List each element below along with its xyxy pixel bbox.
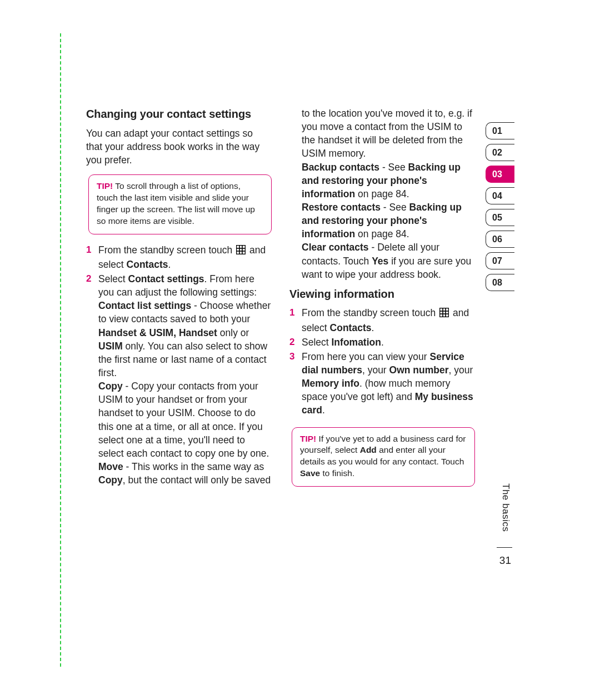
text: .	[168, 259, 171, 270]
tip-label: TIP!	[97, 181, 113, 191]
text: .	[381, 337, 384, 348]
step-1: 1 From the standby screen touch and sele…	[86, 243, 272, 271]
menu-grid-icon	[236, 244, 246, 258]
bold-move: Move	[98, 461, 123, 472]
text: From here you can view your	[302, 351, 430, 362]
tab-04[interactable]: 04	[486, 187, 514, 204]
tab-08[interactable]: 08	[486, 274, 514, 291]
text: From the standby screen touch	[302, 307, 438, 318]
menu-grid-icon	[439, 307, 449, 321]
svg-rect-0	[237, 245, 246, 254]
svg-rect-5	[440, 308, 449, 317]
heading-changing-contact-settings: Changing your contact settings	[86, 107, 272, 122]
bold-information: Infomation	[332, 337, 381, 348]
step-2: 2 Select Infomation.	[289, 336, 475, 349]
tab-06[interactable]: 06	[486, 231, 514, 248]
tip-box-business-card: TIP! If you've yet to add a business car…	[292, 427, 475, 487]
tip-box-scroll: TIP! To scroll through a list of options…	[88, 174, 272, 234]
text: on page 84.	[355, 188, 409, 199]
step-number: 3	[289, 350, 294, 363]
text: Select	[302, 337, 332, 348]
steps-list-2: 1 From the standby screen touch and sele…	[289, 306, 475, 417]
text: only or	[217, 327, 249, 338]
bold-contacts: Contacts	[330, 322, 372, 333]
text: , your	[362, 364, 389, 376]
text: on page 84.	[355, 228, 409, 239]
bold-own-number: Own number	[389, 364, 449, 376]
step-3: 3 From here you can view your Service di…	[289, 350, 475, 417]
text: From the standby screen touch	[98, 244, 235, 256]
bold-contact-settings: Contact settings	[128, 273, 204, 284]
text: .	[371, 322, 374, 333]
text: Select	[98, 273, 128, 284]
bold-usim: USIM	[98, 341, 123, 352]
text: only. You can also select to show the fi…	[98, 341, 267, 378]
bold-handset-usim: Handset & USIM, Handset	[98, 327, 217, 338]
bold-contacts: Contacts	[127, 259, 168, 270]
bold-clear-contacts: Clear contacts	[302, 242, 369, 253]
bold-save: Save	[300, 468, 320, 478]
step-number: 1	[289, 306, 294, 319]
tab-01[interactable]: 01	[486, 122, 514, 139]
text: , your	[449, 364, 473, 376]
tip-text: To scroll through a list of options, tou…	[97, 181, 255, 226]
section-side-label: The basics	[500, 483, 511, 532]
tip-label: TIP!	[300, 434, 316, 443]
bold-backup-contacts: Backup contacts	[302, 162, 379, 173]
text: - See	[379, 162, 408, 173]
page-content: Changing your contact settings You can a…	[86, 107, 475, 491]
step-1: 1 From the standby screen touch and sele…	[289, 306, 475, 334]
tab-05[interactable]: 05	[486, 209, 514, 226]
text: .	[322, 404, 325, 416]
text: - This works in the same way as	[123, 461, 264, 472]
intro-paragraph: You can adapt your contact settings so t…	[86, 127, 272, 167]
bold-contact-list-settings: Contact list settings	[98, 300, 191, 311]
step-number: 1	[86, 243, 91, 256]
tab-07[interactable]: 07	[486, 252, 514, 269]
left-dashed-rule	[60, 33, 61, 667]
text: - See	[381, 202, 409, 213]
page-number: 31	[499, 554, 511, 567]
step-number: 2	[289, 336, 294, 348]
chapter-tabs: 01 02 03 04 05 06 07 08	[486, 122, 514, 296]
text: - Copy your contacts from your USIM to y…	[98, 381, 269, 459]
bold-yes: Yes	[372, 256, 388, 267]
bold-memory-info: Memory info	[302, 378, 359, 389]
step-number: 2	[86, 272, 91, 285]
text: to finish.	[320, 468, 354, 478]
tab-03[interactable]: 03	[486, 166, 514, 183]
tab-02[interactable]: 02	[486, 144, 514, 161]
bold-restore-contacts: Restore contacts	[302, 202, 381, 213]
heading-viewing-information: Viewing information	[289, 287, 475, 302]
bold-copy: Copy	[98, 381, 123, 392]
side-divider	[497, 547, 512, 548]
bold-copy-ref: Copy	[98, 474, 123, 486]
bold-add: Add	[360, 445, 377, 454]
